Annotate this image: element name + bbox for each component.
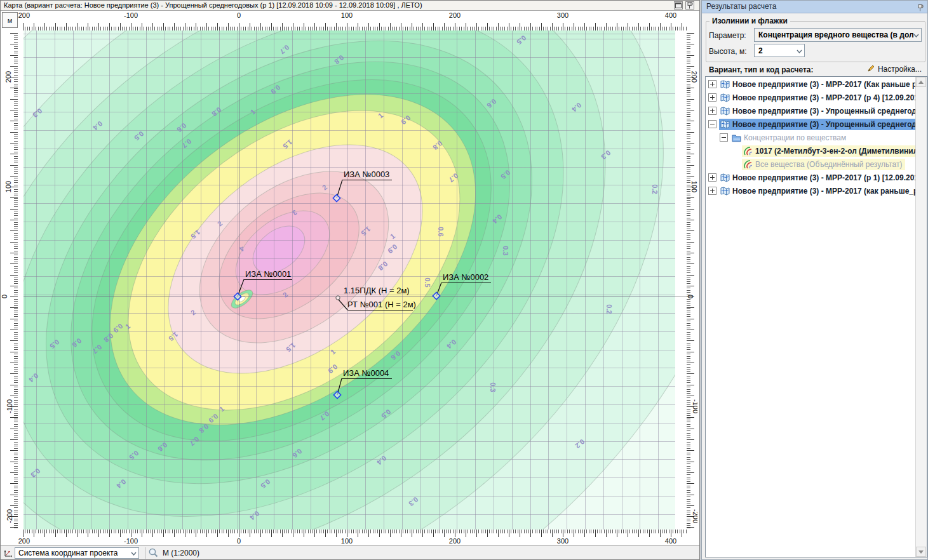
- height-select[interactable]: 2: [754, 44, 805, 57]
- ruler-tick-label: 200: [4, 71, 12, 83]
- results-panel: Результаты расчета Изолинии и флажки Пар…: [701, 0, 928, 560]
- tree-row-label: Новое предприятие (3) - МРР-2017 (р 4) […: [732, 93, 916, 102]
- expand-plus-icon[interactable]: [708, 187, 716, 195]
- axis-y0-line: [24, 297, 675, 297]
- restore-window-button[interactable]: [674, 1, 683, 10]
- tree-row[interactable]: Новое предприятие (3) - МРР-2017 (р 1) […: [706, 171, 916, 184]
- ruler-tick-label: 200: [690, 71, 697, 83]
- height-value: 2: [758, 46, 763, 55]
- tree-row[interactable]: Новое предприятие (3) - МРР-2017 (р 4) […: [706, 91, 916, 104]
- tree-row-label: Новое предприятие (3) - Упрощенный средн…: [732, 107, 916, 116]
- ruler-tick-label: 0: [237, 537, 241, 545]
- results-panel-title: Результаты расчета: [706, 2, 776, 11]
- variant-icon: [720, 173, 730, 182]
- parameter-select[interactable]: Концентрация вредного вещества (в дол: [754, 28, 922, 42]
- folder-icon: [732, 133, 741, 142]
- status-separator: [145, 547, 145, 559]
- ruler-tick-label: 300: [557, 11, 568, 19]
- map-canvas[interactable]: [24, 30, 675, 530]
- coordinate-system-select[interactable]: Система координат проекта: [15, 547, 139, 559]
- coordinate-axes-icon: [3, 548, 13, 560]
- variant-icon: [720, 187, 730, 196]
- ruler-tick-label: -100: [6, 399, 13, 413]
- tree-row-label: Все вещества (Объединённый результат): [755, 160, 903, 169]
- tree-row[interactable]: Новое предприятие (3) - МРР-2017 (Как ра…: [706, 77, 916, 91]
- tree-row-content[interactable]: Новое предприятие (3) - МРР-2017 (как ра…: [719, 185, 916, 197]
- tree-row-content[interactable]: 1017 (2-Метилбут-3-ен-2-ол (Диметилвинил: [742, 145, 916, 157]
- expand-plus-icon[interactable]: [708, 93, 716, 102]
- ruler-left-ticks: [8, 30, 18, 530]
- tree-row[interactable]: Новое предприятие (3) - Упрощенный средн…: [706, 104, 916, 117]
- variant-icon: [720, 120, 730, 129]
- tree-row-content[interactable]: Концентрации по веществам: [730, 132, 849, 143]
- pencil-icon: [867, 64, 875, 74]
- map-title-bar[interactable]: Карта (вариант расчета: Новое предприяти…: [1, 1, 699, 11]
- parameter-value: Концентрация вредного вещества (в дол: [758, 30, 914, 39]
- results-panel-title-bar[interactable]: Результаты расчета: [702, 1, 927, 13]
- ruler-left: 2001000-100-200: [1, 30, 18, 530]
- ruler-tick-label: -200: [18, 537, 30, 545]
- tree-row-content[interactable]: Все вещества (Объединённый результат): [742, 159, 905, 170]
- arrow-up-icon: [918, 81, 924, 84]
- tree-row-content[interactable]: Новое предприятие (3) - Упрощенный средн…: [719, 119, 916, 130]
- restore-icon: [675, 3, 682, 8]
- tree-row[interactable]: Концентрации по веществам: [706, 131, 916, 144]
- map-window: Карта (вариант расчета: Новое предприяти…: [0, 0, 700, 560]
- ruler-tick-label: 0: [237, 11, 241, 19]
- map-scale-label: М (1:2000): [163, 549, 199, 557]
- pin-window-button[interactable]: [685, 1, 694, 10]
- ruler-unit-box: м: [2, 12, 18, 28]
- ruler-tick-label: 400: [665, 537, 676, 545]
- ruler-tick-label: 200: [449, 11, 461, 19]
- ruler-tick-label: -100: [124, 537, 138, 545]
- tree-row[interactable]: Все вещества (Объединённый результат): [706, 157, 916, 171]
- tree-row-content[interactable]: Новое предприятие (3) - МРР-2017 (р 4) […: [719, 92, 916, 103]
- expand-plus-icon[interactable]: [708, 173, 716, 182]
- variant-icon: [720, 80, 730, 89]
- pin-icon: [687, 2, 693, 9]
- expand-plus-icon[interactable]: [708, 80, 716, 88]
- variant-section-label: Вариант, тип и код расчета:: [709, 65, 814, 74]
- ruler-tick-label: -200: [692, 509, 697, 523]
- ruler-tick-label: 400: [665, 11, 676, 19]
- ruler-tick-label: 300: [557, 537, 568, 545]
- ruler-bottom-ticks: [18, 530, 687, 537]
- tree-row[interactable]: 1017 (2-Метилбут-3-ен-2-ол (Диметилвинил: [706, 144, 916, 157]
- collapse-minus-icon[interactable]: [720, 133, 728, 142]
- ruler-unit: м: [8, 17, 13, 24]
- ruler-top-ticks: [18, 20, 687, 30]
- collapse-minus-icon[interactable]: [708, 120, 716, 128]
- tree-scrollbar[interactable]: [915, 77, 927, 557]
- coordinate-system-value: Система координат проекта: [18, 549, 118, 557]
- zero-axis-extension: [675, 297, 687, 297]
- chevron-down-icon: [913, 30, 919, 39]
- map-status-bar: Система координат проекта М (1:2000): [1, 545, 699, 559]
- tree-row-label: 1017 (2-Метилбут-3-ен-2-ол (Диметилвинил: [755, 147, 916, 156]
- ruler-right: 2001000-100-200: [687, 30, 697, 530]
- tree-row-content[interactable]: Новое предприятие (3) - МРР-2017 (р 1) […: [719, 172, 916, 183]
- ruler-tick-label: 0: [1, 295, 8, 298]
- ruler-tick-label: 200: [449, 537, 461, 545]
- map-title: Карта (вариант расчета: Новое предприяти…: [4, 1, 422, 9]
- axis-x0-line: [239, 30, 239, 530]
- tree-row-label: Новое предприятие (3) - МРР-2017 (Как ра…: [732, 80, 916, 89]
- tree-row[interactable]: Новое предприятие (3) - Упрощенный средн…: [706, 117, 916, 131]
- ruler-tick-label: 100: [4, 181, 12, 192]
- expand-plus-icon[interactable]: [708, 107, 716, 115]
- pin-panel-button[interactable]: [918, 3, 924, 14]
- scroll-down-button[interactable]: [916, 547, 926, 557]
- tree-row-label: Новое предприятие (3) - Упрощенный средн…: [732, 120, 916, 129]
- height-label: Высота, м:: [709, 47, 746, 56]
- scroll-up-button[interactable]: [916, 77, 926, 87]
- calculation-tree: Новое предприятие (3) - МРР-2017 (Как ра…: [705, 76, 927, 557]
- chevron-down-icon: [797, 46, 802, 55]
- ruler-tick-label: -200: [18, 11, 30, 19]
- tree-row[interactable]: Новое предприятие (3) - МРР-2017 (как ра…: [706, 184, 916, 197]
- map-grid: [24, 30, 675, 530]
- tree-row-content[interactable]: Новое предприятие (3) - МРР-2017 (Как ра…: [719, 79, 916, 90]
- ruler-tick-label: -200: [6, 509, 13, 523]
- tree-row-content[interactable]: Новое предприятие (3) - Упрощенный средн…: [719, 105, 916, 117]
- settings-link-label: Настройка...: [878, 65, 922, 74]
- settings-link[interactable]: Настройка...: [867, 64, 922, 74]
- variant-icon: [720, 107, 730, 116]
